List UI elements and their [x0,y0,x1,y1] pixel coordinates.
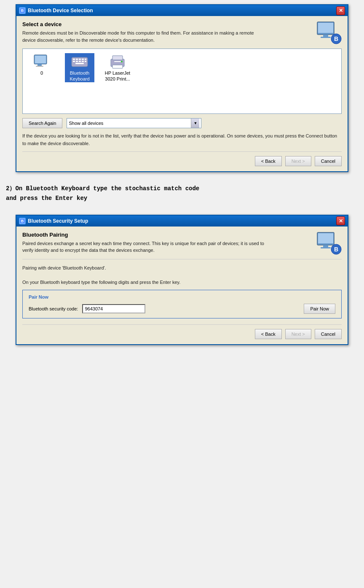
svg-rect-17 [85,59,86,60]
svg-rect-22 [85,61,86,62]
svg-rect-15 [79,59,81,60]
svg-rect-13 [73,59,75,60]
svg-text:B: B [21,219,24,223]
svg-rect-5 [321,37,331,38]
dialog2-header-text: Bluetooth Pairing Paired devices exchang… [22,232,267,254]
device-item-0[interactable]: 0 [27,53,56,76]
computer-icon [33,53,50,70]
svg-rect-26 [112,65,123,68]
bluetooth-header-icon-2: B [316,232,342,255]
dialog1-heading: Select a device [22,21,267,27]
dialog1-content: Select a device Remote devices must be i… [16,16,348,171]
device-item-keyboard[interactable]: BluetoothKeyboard [65,53,94,82]
keyboard-device-icon [71,53,88,70]
dialog2-bottom-buttons: < Back Next > Cancel [22,324,342,339]
device-printer-label: HP LaserJet3020 Print... [105,70,130,82]
svg-rect-25 [112,56,123,60]
show-devices-dropdown[interactable]: Show all devices ▼ [67,118,201,128]
svg-text:B: B [334,35,338,42]
dropdown-value: Show all devices [69,121,191,126]
svg-rect-19 [76,61,78,62]
bluetooth-device-selection-dialog: B Bluetooth Device Selection ✕ Select a … [16,4,348,172]
toolbar-row-1: Search Again Show all devices ▼ [22,118,342,128]
svg-rect-10 [37,64,42,66]
close-button-1[interactable]: ✕ [336,6,345,15]
svg-rect-9 [35,56,46,63]
title-bar-1: B Bluetooth Device Selection ✕ [16,5,348,16]
svg-text:B: B [21,8,24,13]
dialog2-header: Bluetooth Pairing Paired devices exchang… [22,232,342,255]
svg-rect-21 [82,61,84,62]
title-bar-2: B Bluetooth Security Setup ✕ [16,216,348,227]
svg-rect-23 [75,63,84,64]
dialog1-next-button[interactable]: Next > [285,156,311,166]
dialog2-next-button[interactable]: Next > [285,329,311,339]
device-item-printer[interactable]: HP LaserJet3020 Print... [103,53,132,82]
instruction-content: 2）On Bluetooth Keyboard type the stochas… [6,185,199,201]
pairing-main-text: Pairing with device 'Bluetooth Keyboard'… [22,265,342,270]
svg-rect-27 [114,61,121,62]
pair-now-group: Pair Now Bluetooth security code: Pair N… [22,290,342,318]
svg-rect-32 [318,233,333,243]
security-code-label: Bluetooth security code: [29,306,78,311]
instruction-text: 2）On Bluetooth Keyboard type the stochas… [0,176,364,210]
pair-now-row: Bluetooth security code: Pair Now [29,304,335,314]
dialog2-back-button[interactable]: < Back [255,329,282,339]
window-icon-2: B [19,218,26,224]
svg-rect-33 [323,245,328,247]
window-title-1: Bluetooth Device Selection [28,8,93,13]
pair-now-button[interactable]: Pair Now [304,304,335,314]
security-code-input[interactable] [82,304,145,313]
svg-rect-14 [76,59,78,60]
dialog2-cancel-button[interactable]: Cancel [315,329,342,339]
svg-rect-11 [36,66,43,67]
dialog2-heading: Bluetooth Pairing [22,232,267,238]
dialog2-content: Bluetooth Pairing Paired devices exchang… [16,227,348,345]
dialog1-header-text: Select a device Remote devices must be i… [22,21,267,43]
svg-rect-18 [73,61,75,62]
dialog1-cancel-button[interactable]: Cancel [315,156,342,166]
window-title-2: Bluetooth Security Setup [28,218,88,224]
pairing-sub-text: On your Bluetooth keyboard type the foll… [22,279,342,286]
svg-rect-16 [82,59,84,60]
window-icon-1: B [19,7,26,14]
svg-text:B: B [334,246,338,253]
svg-rect-3 [318,23,333,33]
svg-rect-34 [321,247,331,248]
device-list[interactable]: 0 [22,49,342,114]
dialog1-description: Remote devices must be in Discoverable m… [22,30,267,43]
dialog1-header: Select a device Remote devices must be i… [22,21,342,44]
bluetooth-security-setup-dialog: B Bluetooth Security Setup ✕ Bluetooth P… [16,215,348,345]
bluetooth-header-icon: B [316,21,342,44]
printer-device-icon [109,53,126,70]
dialog2-description: Paired devices exchange a secret key eac… [22,240,267,254]
dialog1-bottom-buttons: < Back Next > Cancel [22,151,342,166]
dialog1-back-button[interactable]: < Back [255,156,282,166]
svg-rect-20 [79,61,81,62]
pair-now-legend: Pair Now [29,294,335,299]
svg-point-28 [121,61,123,62]
device-keyboard-label: BluetoothKeyboard [70,70,89,82]
svg-rect-4 [323,35,328,37]
close-button-2[interactable]: ✕ [336,216,345,225]
dialog1-info-text: If the device you are looking for is not… [22,132,342,147]
search-again-button[interactable]: Search Again [22,118,62,128]
device-0-label: 0 [40,70,43,76]
dropdown-arrow-icon: ▼ [191,119,199,128]
